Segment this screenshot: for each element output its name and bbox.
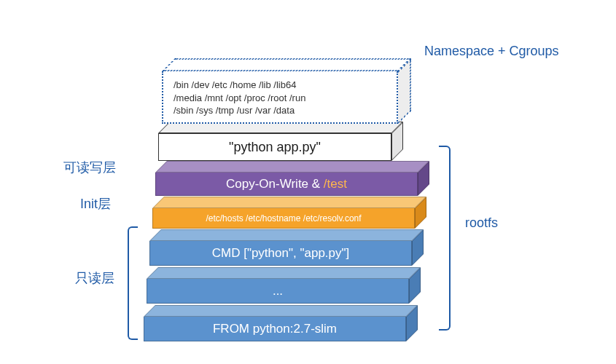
ns-line2: /media /mnt /opt /proc /root /run: [174, 92, 386, 105]
layer-middle: ...: [147, 279, 409, 304]
layer-copy-on-write: Copy-On-Write & /test: [155, 173, 418, 196]
cmd-text: CMD ["python", "app.py"]: [212, 246, 350, 261]
cow-text: Copy-On-Write & /test: [226, 177, 347, 191]
init-layer-label: Init层: [80, 195, 111, 213]
init-paths-text: /etc/hosts /etc/hostname /etc/resolv.con…: [206, 213, 361, 223]
namespace-box: /bin /dev /etc /home /lib /lib64 /media …: [162, 71, 398, 124]
namespace-cgroups-label: Namespace + Cgroups: [424, 44, 559, 59]
middle-text: ...: [273, 284, 283, 298]
cow-prefix: Copy-On-Write &: [226, 177, 324, 191]
layer-from: FROM python:2.7-slim: [144, 317, 406, 341]
rw-layer-label: 可读写层: [63, 159, 116, 176]
from-text: FROM python:2.7-slim: [213, 322, 337, 336]
layer-cmd: CMD ["python", "app.py"]: [149, 241, 412, 266]
layer-init: /etc/hosts /etc/hostname /etc/resolv.con…: [152, 208, 415, 229]
ro-layers-bracket: [128, 226, 138, 340]
ns-line1: /bin /dev /etc /home /lib /lib64: [174, 79, 386, 92]
ns-line3: /sbin /sys /tmp /usr /var /data: [174, 104, 386, 117]
rootfs-bracket: [439, 146, 451, 331]
process-text: "python app.py": [229, 140, 321, 155]
ro-layer-label: 只读层: [75, 269, 114, 287]
rootfs-label: rootfs: [465, 215, 498, 231]
cow-path: /test: [324, 177, 347, 191]
layer-running-process: "python app.py": [158, 133, 391, 161]
